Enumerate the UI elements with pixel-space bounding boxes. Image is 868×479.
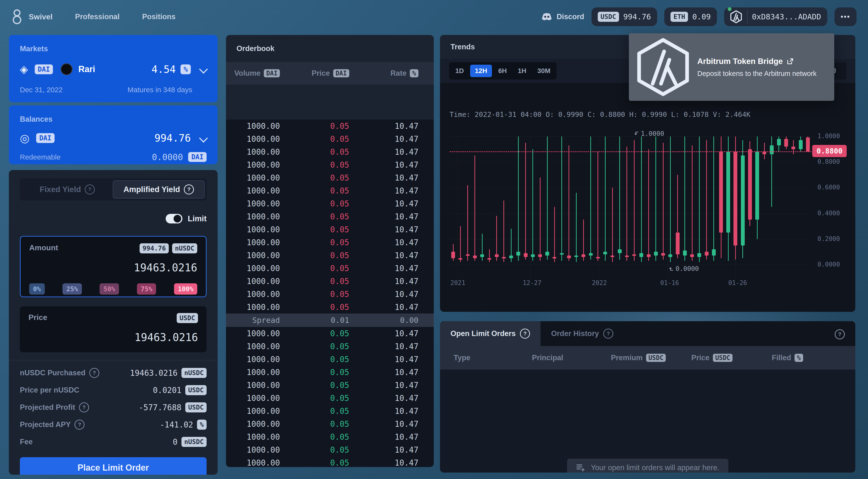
percent-button-100[interactable]: 100% <box>174 283 197 295</box>
interval-button-30m[interactable]: 30M <box>533 65 555 77</box>
rari-protocol-icon <box>61 63 72 75</box>
price-unit-badge: USDC <box>177 313 198 323</box>
orderbook-table[interactable]: 1000.000.0510.471000.000.0510.471000.000… <box>226 120 434 467</box>
header-unit-badge: % <box>410 69 418 77</box>
order-history-help-icon[interactable]: ? <box>603 329 613 339</box>
orderbook-row[interactable]: 1000.000.0510.47 <box>226 405 434 417</box>
amount-value[interactable]: 19463.0216 <box>29 262 197 274</box>
orderbook-row[interactable]: 1000.000.0510.47 <box>226 236 434 249</box>
orderbook-row[interactable]: 1000.000.0510.47 <box>226 327 434 340</box>
percent-button-75[interactable]: 75% <box>137 283 156 295</box>
x-axis-label: 01-16 <box>660 279 679 287</box>
percent-button-50[interactable]: 50% <box>100 283 119 295</box>
tab-amplified-yield[interactable]: Amplified Yield ? <box>113 180 205 199</box>
nav-positions[interactable]: Positions <box>142 12 176 21</box>
orderbook-cell-rate: 10.47 <box>365 355 434 364</box>
orderbook-row[interactable]: 1000.000.0510.47 <box>226 456 434 467</box>
orderbook-row[interactable]: 1000.000.0510.47 <box>226 301 434 313</box>
orderbook-row[interactable]: 1000.000.0510.47 <box>226 353 434 366</box>
candle-body <box>611 256 614 257</box>
fixed-yield-help-icon[interactable]: ? <box>85 184 95 194</box>
interval-button-12h[interactable]: 12H <box>470 65 492 77</box>
percent-button-25[interactable]: 25% <box>62 283 82 295</box>
markets-card[interactable]: Markets ◈ DAI Rari 4.54 % Dec 31, 2022 M… <box>9 35 218 102</box>
place-limit-order-button[interactable]: Place Limit Order <box>20 457 207 475</box>
candle-body <box>531 255 535 257</box>
candle-body <box>451 252 455 258</box>
brand[interactable]: Swivel <box>11 9 53 25</box>
header-unit-badge: DAI <box>333 69 349 77</box>
orderbook-cell-rate: 10.47 <box>365 147 434 157</box>
candle-body <box>574 256 578 257</box>
percent-button-0[interactable]: 0% <box>29 283 45 295</box>
balances-chevron-down-icon[interactable] <box>199 133 208 143</box>
candle-body <box>466 255 470 256</box>
orderbook-row[interactable]: 1000.000.0510.47 <box>226 171 434 184</box>
orderbook-row[interactable]: 1000.000.0510.47 <box>226 197 434 210</box>
candle-wick <box>641 137 642 262</box>
orders-header-premium: PremiumUSDC <box>611 346 666 369</box>
price-input-box[interactable]: Price USDC 19463.0216 <box>20 306 207 352</box>
orderbook-row[interactable]: 1000.000.0510.47 <box>226 430 434 443</box>
amount-balance-badge[interactable]: 994.76 <box>140 243 169 253</box>
orderbook-row[interactable]: 1000.000.0510.47 <box>226 210 434 223</box>
orderbook-row[interactable]: 1000.000.0510.47 <box>226 184 434 197</box>
orderbook-row[interactable]: 1000.000.0510.47 <box>226 275 434 288</box>
orderbook-row[interactable]: 1000.000.0510.47 <box>226 145 434 158</box>
orderbook-row[interactable]: 1000.000.0510.47 <box>226 340 434 353</box>
summary-help-icon[interactable]: ? <box>89 368 99 378</box>
candle-body <box>734 152 737 245</box>
orders-panel-help-icon[interactable]: ? <box>835 329 845 339</box>
network-icon-segment[interactable] <box>731 10 748 24</box>
tab-fixed-yield[interactable]: Fixed Yield ? <box>22 180 113 199</box>
arbitrum-bridge-tooltip[interactable]: Arbitrum Token Bridge Deposit tokens to … <box>629 33 834 101</box>
candle-wick <box>634 140 634 261</box>
orderbook-row[interactable]: 1000.000.0510.47 <box>226 120 434 132</box>
limit-toggle[interactable] <box>166 214 182 223</box>
orderbook-cell-rate: 10.47 <box>365 277 434 286</box>
orderbook-row[interactable]: 1000.000.0510.47 <box>226 366 434 379</box>
price-value[interactable]: 19463.0216 <box>29 331 198 343</box>
chart-max-marker: 1.0000 <box>633 130 664 137</box>
x-axis-label: 2021 <box>450 279 465 287</box>
open-limit-orders-help-icon[interactable]: ? <box>520 329 530 339</box>
orderbook-row[interactable]: 1000.000.0510.47 <box>226 288 434 301</box>
interval-button-6h[interactable]: 6H <box>493 65 512 77</box>
amplified-yield-help-icon[interactable]: ? <box>184 184 194 194</box>
orderbook-cell-rate: 10.47 <box>365 251 434 260</box>
interval-button-1h[interactable]: 1H <box>513 65 531 77</box>
candlestick-chart[interactable]: 1.00000.80000.60000.40000.20000.00002021… <box>450 129 855 297</box>
orderbook-row[interactable]: 1000.000.0510.47 <box>226 392 434 405</box>
orderbook-row[interactable]: 1000.000.0510.47 <box>226 249 434 262</box>
orderbook-row[interactable]: 1000.000.0510.47 <box>226 417 434 430</box>
orderbook-row[interactable]: 1000.000.0510.47 <box>226 262 434 275</box>
interval-button-1d[interactable]: 1D <box>451 65 469 77</box>
amount-input-box[interactable]: Amount 994.76 nUSDC 19463.0216 0%25%50%7… <box>20 236 207 297</box>
orderbook-row[interactable]: 1000.000.0510.47 <box>226 379 434 392</box>
summary-label: nUSDC Purchased? <box>20 368 99 378</box>
more-menu-button[interactable]: ••• <box>835 7 857 26</box>
balances-card[interactable]: Balances ◎ DAI 994.76 Redeemable 0.0000 … <box>9 106 218 164</box>
usdc-balance-pill[interactable]: USDC 994.76 <box>591 7 657 26</box>
orderbook-row[interactable]: 1000.000.0510.47 <box>226 443 434 456</box>
orderbook-row[interactable]: 1000.000.0510.47 <box>226 132 434 145</box>
orderbook-row[interactable]: 1000.000.0510.47 <box>226 158 434 171</box>
tab-open-limit-orders[interactable]: Open Limit Orders ? <box>440 321 540 346</box>
orderbook-cell-rate: 10.47 <box>365 432 434 442</box>
summary-help-icon[interactable]: ? <box>74 420 85 430</box>
orderbook-cell-volume: 1000.00 <box>226 173 295 182</box>
summary-help-icon[interactable]: ? <box>79 402 89 412</box>
orderbook-row[interactable]: 1000.000.0510.47 <box>226 223 434 236</box>
wallet-pill[interactable]: 0xD8343...ADADD <box>724 7 827 26</box>
nav-professional[interactable]: Professional <box>75 12 120 21</box>
eth-balance-pill[interactable]: ETH 0.09 <box>664 7 717 26</box>
orderbook-spread-row: Spread0.010.00 <box>226 313 434 327</box>
redeemable-asset-badge: DAI <box>188 152 207 162</box>
orderbook-cell-rate: 10.47 <box>365 134 434 144</box>
orderbook-cell-price: 0.05 <box>295 160 364 170</box>
markets-chevron-down-icon[interactable] <box>199 65 208 74</box>
tab-order-history[interactable]: Order History ? <box>540 321 624 346</box>
discord-link[interactable]: Discord <box>541 12 584 21</box>
candle-body <box>538 255 542 257</box>
orderbook-cell-rate: 10.47 <box>365 264 434 273</box>
